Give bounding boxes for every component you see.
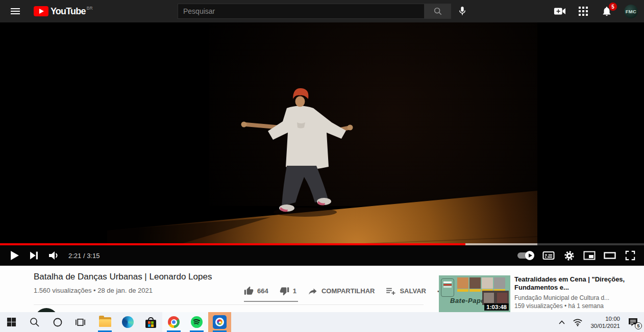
volume-icon: [48, 251, 59, 260]
chrome-icon: [168, 316, 180, 328]
account-avatar[interactable]: FMC: [624, 5, 638, 18]
video-frame-dancer-on-stage[interactable]: [107, 22, 537, 266]
apps-grid-icon: [579, 7, 588, 16]
notifications-button[interactable]: 5: [601, 5, 613, 17]
thumb-event-logo: [441, 278, 454, 297]
recommended-channel[interactable]: Fundação Municipal de Cultura d...: [514, 294, 640, 301]
youtube-logo[interactable]: YouTube BR: [34, 6, 93, 16]
tray-expand-button[interactable]: [555, 312, 569, 332]
chrome-button[interactable]: [162, 312, 185, 332]
video-meta: 1.560 visualizações • 28 de jan. de 2021: [34, 287, 153, 294]
share-button[interactable]: COMPARTILHAR: [308, 287, 375, 296]
controls-right: [517, 248, 644, 263]
player-controls: 2:21 / 3:15: [0, 245, 644, 266]
theater-icon: [604, 252, 616, 259]
time-display: 2:21 / 3:15: [68, 252, 100, 260]
section-divider: [34, 304, 424, 305]
thumb-down-icon: [280, 286, 289, 296]
spotify-button[interactable]: [185, 312, 208, 332]
autoplay-toggle-icon: [517, 252, 534, 259]
recommended-video-card[interactable]: Bate-Papo 1:03:48 Teatralidades em Cena …: [439, 275, 641, 312]
voice-search-button[interactable]: [455, 4, 469, 18]
active-app-button[interactable]: [208, 312, 231, 332]
volume-button[interactable]: [46, 248, 61, 263]
fullscreen-button[interactable]: [623, 248, 638, 263]
create-video-button[interactable]: [554, 5, 566, 17]
cortana-icon: [53, 317, 63, 327]
like-count: 664: [257, 287, 268, 295]
file-explorer-button[interactable]: [93, 312, 116, 332]
gear-icon: [564, 250, 575, 261]
like-ratio-bar: [244, 301, 298, 302]
recommended-title[interactable]: Teatralidades em Cena | "Direções, Funda…: [514, 275, 640, 292]
header-actions: 5 FMC: [554, 0, 638, 22]
next-button[interactable]: [27, 248, 42, 263]
spotify-icon: [191, 316, 203, 328]
start-button[interactable]: [0, 312, 23, 332]
taskbar-search-button[interactable]: [23, 312, 46, 332]
action-center-badge: 5: [635, 322, 642, 329]
search-input[interactable]: [178, 4, 425, 19]
video-player: 2:21 / 3:15: [0, 22, 644, 266]
playlist-add-icon: [386, 287, 396, 295]
thumb-videocall-inset: [482, 291, 509, 305]
search-button[interactable]: [425, 4, 451, 19]
youtube-play-icon: [34, 6, 48, 16]
youtube-header: YouTube BR: [0, 0, 644, 22]
taskbar-search-icon: [30, 317, 40, 327]
system-tray: 10:00 30/01/2021 5: [555, 312, 644, 332]
search-bar: [178, 4, 451, 19]
play-icon: [11, 251, 19, 260]
clock-time: 10:00: [590, 315, 620, 322]
video-duration-badge: 1:03:48: [484, 303, 509, 311]
task-view-button[interactable]: [69, 312, 92, 332]
store-icon: [145, 317, 156, 328]
windows-logo-icon: [7, 317, 16, 327]
apps-button[interactable]: [577, 5, 589, 17]
recommended-thumbnail[interactable]: Bate-Papo 1:03:48: [439, 275, 510, 312]
share-label: COMPARTILHAR: [321, 287, 375, 295]
windows-taskbar: 10:00 30/01/2021 5: [0, 312, 644, 332]
theater-button[interactable]: [602, 248, 617, 263]
notification-badge: 5: [609, 3, 617, 11]
video-title: Batalha de Danças Urbanas | Leonardo Lop…: [34, 272, 212, 282]
thumb-up-icon: [244, 286, 254, 296]
share-icon: [308, 287, 318, 296]
edge-button[interactable]: [116, 312, 139, 332]
youtube-wordmark: YouTube: [51, 6, 86, 16]
recommended-meta: 159 visualizações • há 1 semana: [514, 302, 640, 310]
save-label: SALVAR: [400, 287, 426, 295]
file-explorer-icon: [99, 317, 111, 327]
play-button[interactable]: [7, 248, 22, 263]
edge-icon: [122, 316, 134, 328]
active-app-icon: [213, 315, 227, 329]
create-video-icon: [554, 6, 566, 16]
menu-icon[interactable]: [4, 0, 27, 22]
controls-left: 2:21 / 3:15: [0, 248, 100, 263]
subtitles-button[interactable]: [541, 248, 556, 263]
youtube-region-label: BR: [87, 6, 93, 11]
dislike-button[interactable]: 1: [280, 286, 296, 296]
clock-date: 30/01/2021: [590, 322, 620, 329]
mic-icon: [458, 6, 467, 17]
cortana-button[interactable]: [46, 312, 69, 332]
action-center-button[interactable]: 5: [624, 312, 644, 332]
wifi-button[interactable]: [569, 312, 586, 332]
autoplay-toggle[interactable]: [517, 248, 536, 263]
taskbar-clock[interactable]: 10:00 30/01/2021: [586, 315, 624, 329]
save-button[interactable]: SALVAR: [386, 287, 426, 295]
thumb-speaker-photos: [457, 277, 505, 289]
like-button[interactable]: 664: [244, 286, 268, 296]
miniplayer-button[interactable]: [582, 248, 597, 263]
watch-page: Batalha de Danças Urbanas | Leonardo Lop…: [0, 266, 644, 312]
search-icon: [433, 7, 442, 16]
thumb-caption: Bate-Papo: [450, 297, 485, 304]
settings-button[interactable]: [561, 248, 577, 263]
screen: YouTube BR: [0, 0, 644, 332]
task-view-icon: [75, 318, 86, 327]
miniplayer-icon: [583, 251, 596, 260]
subtitles-icon: [542, 250, 555, 261]
chevron-up-icon: [558, 320, 565, 325]
fullscreen-icon: [625, 250, 635, 261]
store-button[interactable]: [139, 312, 162, 332]
